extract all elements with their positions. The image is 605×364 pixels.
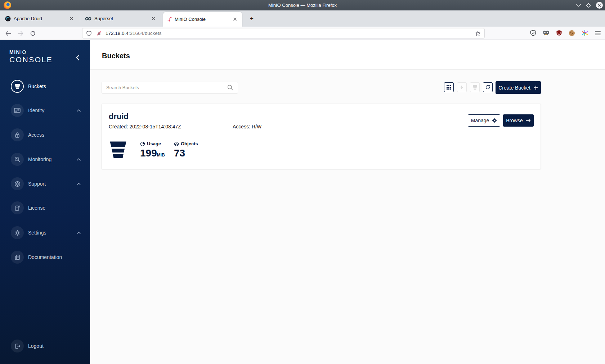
bucket-large-icon [110, 141, 126, 159]
url-host: 172.18.0.4 [106, 31, 129, 36]
sidebar: MINIO CONSOLE Buckets Identity Acc [0, 40, 90, 364]
documentation-book-icon [11, 251, 24, 264]
sidebar-item-access[interactable]: Access [0, 126, 90, 144]
sidebar-item-identity[interactable]: Identity [0, 102, 90, 119]
search-input[interactable] [106, 85, 227, 90]
license-document-icon [11, 201, 24, 214]
tab-label: Apache Druid [14, 16, 42, 21]
minio-console-logo: MINIO CONSOLE [9, 49, 53, 64]
usage-label: Usage [147, 141, 161, 146]
bucket-icon [11, 80, 24, 93]
delete-buckets-button[interactable] [470, 82, 480, 92]
create-bucket-label: Create Bucket [498, 85, 530, 91]
grid-view-button[interactable] [444, 82, 454, 92]
forward-button[interactable] [16, 29, 25, 38]
bookmark-star-icon[interactable] [475, 31, 481, 36]
plus-icon [534, 86, 538, 90]
chevron-up-icon[interactable] [77, 232, 81, 234]
url-path: :31664/buckets [129, 31, 162, 36]
sidebar-item-buckets[interactable]: Buckets [0, 78, 90, 95]
arrow-right-icon [526, 119, 531, 122]
usage-pie-icon [140, 141, 145, 146]
sidebar-item-documentation[interactable]: Documentation [0, 249, 90, 266]
refresh-button[interactable] [483, 82, 493, 92]
console-wordmark: CONSOLE [9, 55, 53, 64]
cookie-extension-icon[interactable] [568, 29, 575, 37]
tab-label: Superset [94, 16, 113, 21]
insecure-lock-icon[interactable] [96, 31, 102, 36]
sidebar-item-label: Logout [28, 343, 44, 349]
objects-label: Objects [181, 141, 198, 146]
page-header: Buckets [90, 40, 605, 70]
monitoring-magnifier-icon [11, 153, 24, 166]
sidebar-item-label: Support [28, 181, 46, 187]
logout-icon [11, 340, 24, 352]
tab-close-icon[interactable] [150, 15, 157, 22]
shield-check-extension-icon[interactable] [529, 29, 537, 37]
url-bar[interactable]: 172.18.0.4:31664/buckets [82, 28, 485, 38]
reload-button[interactable] [28, 29, 37, 38]
minio-wordmark: MINIO [9, 49, 53, 55]
tab-close-icon[interactable] [231, 16, 238, 23]
sidebar-item-label: Monitoring [28, 156, 51, 162]
close-icon[interactable] [596, 2, 603, 9]
card-divider [109, 136, 534, 136]
objects-icon [174, 141, 179, 146]
search-buckets-box [102, 82, 238, 94]
replication-button[interactable] [457, 82, 467, 92]
tracking-shield-icon[interactable] [86, 31, 92, 36]
sidebar-item-label: Documentation [28, 254, 62, 260]
browser-window: MinIO Console — Mozilla Firefox Apache D… [0, 0, 605, 364]
manage-button[interactable]: Manage [468, 114, 500, 127]
sparkle-extension-icon[interactable] [581, 29, 588, 37]
chevron-up-icon[interactable] [77, 109, 81, 112]
logo-light: IO [20, 49, 27, 55]
containers-mask-extension-icon[interactable] [542, 29, 550, 37]
new-tab-button[interactable]: + [247, 14, 256, 23]
maximize-icon[interactable] [586, 3, 591, 8]
objects-value: 73 [174, 147, 185, 159]
sidebar-collapse-icon[interactable] [73, 54, 81, 62]
hamburger-menu-icon[interactable] [594, 29, 601, 37]
browse-button[interactable]: Browse [503, 114, 534, 127]
bucket-card-druid[interactable]: druid Created: 2022-08-15T14:08:47Z Acce… [102, 104, 541, 169]
browse-label: Browse [506, 118, 523, 123]
sidebar-item-monitoring[interactable]: Monitoring [0, 151, 90, 168]
chevron-up-icon[interactable] [77, 183, 81, 185]
usage-unit: MiB [157, 153, 165, 158]
access-lock-icon [11, 128, 24, 141]
window-title: MinIO Console — Mozilla Firefox [0, 0, 605, 10]
sidebar-item-label: Access [28, 132, 44, 138]
sidebar-item-label: Buckets [28, 83, 46, 89]
url-text: 172.18.0.4:31664/buckets [106, 31, 161, 36]
objects-metric: Objects 73 [174, 141, 198, 158]
sidebar-item-settings[interactable]: Settings [0, 224, 90, 241]
sidebar-item-logout[interactable]: Logout [0, 337, 90, 355]
tab-minio-console[interactable]: MinIO Console [163, 12, 242, 27]
support-lifebuoy-icon [11, 177, 24, 190]
sidebar-item-support[interactable]: Support [0, 175, 90, 192]
bucket-name[interactable]: druid [109, 112, 129, 121]
tab-superset[interactable]: Superset [81, 10, 161, 27]
search-icon [227, 85, 233, 91]
create-bucket-button[interactable]: Create Bucket [496, 81, 541, 94]
page-title: Buckets [102, 52, 130, 60]
tab-close-icon[interactable] [68, 15, 75, 22]
minimize-icon[interactable] [576, 4, 581, 7]
tab-apache-druid[interactable]: Apache Druid [1, 10, 79, 27]
lightning-icon [460, 85, 464, 90]
back-button[interactable] [4, 29, 13, 38]
bucket-small-icon [472, 85, 478, 90]
sidebar-item-license[interactable]: License [0, 199, 90, 217]
grid-icon [447, 85, 451, 90]
refresh-icon [485, 85, 490, 90]
sidebar-item-label: License [28, 205, 45, 211]
gear-icon [11, 226, 24, 239]
ublock-extension-icon[interactable] [555, 29, 563, 37]
chevron-up-icon[interactable] [77, 158, 81, 161]
apache-druid-favicon [5, 16, 11, 22]
manage-label: Manage [471, 118, 489, 123]
window-titlebar: MinIO Console — Mozilla Firefox [0, 0, 605, 10]
gear-icon [492, 118, 497, 123]
usage-metric: Usage 199MiB [140, 141, 165, 158]
